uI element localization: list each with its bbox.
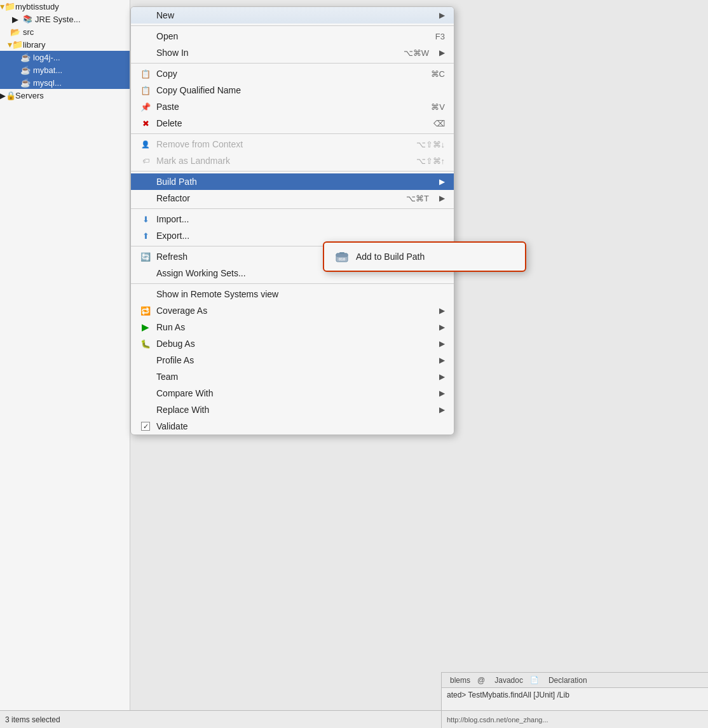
tree-item-servers[interactable]: ▶🔒 Servers: [0, 89, 130, 102]
validate-icon: ✓: [140, 421, 151, 431]
svg-text:010: 010: [339, 257, 346, 261]
menu-label-validate: Validate: [156, 421, 445, 431]
menu-label-show-in: Show In: [156, 48, 386, 58]
menu-label-import: Import...: [156, 214, 445, 224]
menu-item-debug-as[interactable]: 🐛 Debug As ▶: [131, 335, 454, 352]
menu-label-team: Team: [156, 372, 429, 382]
show-in-icon: [140, 48, 151, 58]
refactor-icon: [140, 193, 151, 203]
tree-item-mybtisstudy[interactable]: ▾📁 mybtisstudy: [0, 0, 130, 13]
build-path-submenu: 010 Add to Build Path: [323, 241, 526, 272]
menu-item-mark-landmark: 🏷 Mark as Landmark ⌥⇧⌘↑: [131, 152, 454, 169]
menu-item-validate[interactable]: ✓ Validate: [131, 418, 454, 435]
new-arrow-icon: ▶: [439, 11, 445, 20]
menu-label-copy-qualified: Copy Qualified Name: [156, 85, 445, 95]
profile-as-icon: [140, 355, 151, 365]
tree-item-jre[interactable]: ▶ 📚 JRE Syste...: [0, 13, 130, 25]
menu-label-show-remote: Show in Remote Systems view: [156, 289, 445, 299]
paste-shortcut: ⌘V: [418, 102, 445, 112]
tree-item-mybatis[interactable]: ☕ mybat...: [0, 64, 130, 76]
separator-1: [131, 25, 454, 26]
menu-label-replace-with: Replace With: [156, 405, 429, 415]
mark-landmark-icon: 🏷: [140, 156, 151, 166]
separator-3: [131, 133, 454, 134]
menu-item-replace-with[interactable]: Replace With ▶: [131, 401, 454, 418]
menu-item-show-remote[interactable]: Show in Remote Systems view: [131, 286, 454, 302]
separator-7: [131, 283, 454, 284]
folder-open-icon: ▾📁: [3, 1, 13, 11]
menu-item-coverage-as[interactable]: 🔁 Coverage As ▶: [131, 302, 454, 319]
tree-item-library[interactable]: ▾📁 library: [0, 38, 130, 51]
bottom-panel-content: ated> TestMybatis.findAll [JUnit] /Lib: [442, 688, 708, 702]
menu-label-export: Export...: [156, 231, 445, 241]
build-path-arrow-icon: ▶: [439, 177, 445, 186]
menu-label-remove-context: Remove from Context: [156, 139, 398, 149]
tab-declaration[interactable]: Declaration: [543, 674, 593, 687]
bottom-panel: blems @ Javadoc 📄 Declaration ated> Test…: [441, 672, 708, 710]
tree-item-log4j[interactable]: ☕ log4j-...: [0, 51, 130, 64]
menu-item-run-as[interactable]: ▶ Run As ▶: [131, 319, 454, 335]
project-tree: ▾📁 mybtisstudy ▶ 📚 JRE Syste... 📂 src ▾📁…: [0, 0, 130, 728]
delete-shortcut: ⌫: [421, 119, 445, 128]
remove-context-shortcut: ⌥⇧⌘↓: [404, 140, 446, 149]
show-in-shortcut: ⌥⌘W: [391, 48, 429, 58]
export-icon: ⬆: [140, 231, 151, 241]
menu-item-build-path[interactable]: Build Path ▶: [131, 173, 454, 190]
run-as-arrow-icon: ▶: [439, 323, 445, 332]
menu-item-remove-context: 👤 Remove from Context ⌥⇧⌘↓: [131, 136, 454, 152]
validate-checkbox[interactable]: ✓: [141, 422, 150, 431]
copy-icon: 📋: [140, 69, 151, 79]
url-text: http://blog.csdn.net/one_zhang...: [447, 716, 548, 724]
separator-2: [131, 63, 454, 64]
log4j-jar-icon: ☕: [20, 52, 31, 62]
menu-label-delete: Delete: [156, 118, 416, 128]
build-path-icon: [140, 177, 151, 187]
menu-item-refactor[interactable]: Refactor ⌥⌘T ▶: [131, 190, 454, 206]
src-icon: 📂: [10, 27, 20, 37]
compare-with-icon: [140, 388, 151, 398]
library-folder-icon: ▾📁: [10, 39, 20, 50]
copy-shortcut: ⌘C: [418, 69, 445, 79]
url-bar: http://blog.csdn.net/one_zhang...: [441, 710, 708, 728]
context-menu: New ▶ Open F3 Show In ⌥⌘W ▶ 📋 Copy ⌘C 📋 …: [130, 6, 454, 435]
new-icon: [140, 10, 151, 20]
jre-icon: ▶: [10, 14, 20, 24]
svg-rect-2: [339, 252, 344, 254]
menu-item-profile-as[interactable]: Profile As ▶: [131, 352, 454, 368]
separator-5: [131, 208, 454, 209]
assign-working-icon: [140, 268, 151, 278]
menu-item-team[interactable]: Team ▶: [131, 368, 454, 385]
tree-item-mysql[interactable]: ☕ mysql...: [0, 76, 130, 89]
menu-item-import[interactable]: ⬇ Import...: [131, 211, 454, 227]
menu-label-mark-landmark: Mark as Landmark: [156, 156, 398, 166]
tree-item-src[interactable]: 📂 src: [0, 25, 130, 38]
status-text: 3 items selected: [5, 715, 60, 724]
refactor-shortcut: ⌥⌘T: [393, 194, 429, 203]
show-in-arrow-icon: ▶: [439, 48, 445, 57]
menu-label-debug-as: Debug As: [156, 339, 429, 349]
replace-with-icon: [140, 405, 151, 415]
submenu-item-add-to-build-path[interactable]: 010 Add to Build Path: [324, 243, 525, 271]
menu-item-compare-with[interactable]: Compare With ▶: [131, 385, 454, 401]
copy-qualified-icon: 📋: [140, 85, 151, 95]
tab-javadoc[interactable]: Javadoc: [489, 674, 529, 687]
menu-item-delete[interactable]: ✖ Delete ⌫: [131, 115, 454, 131]
debug-as-arrow-icon: ▶: [439, 339, 445, 348]
menu-label-refactor: Refactor: [156, 193, 388, 203]
menu-item-copy-qualified[interactable]: 📋 Copy Qualified Name: [131, 82, 454, 98]
run-as-icon: ▶: [140, 322, 151, 332]
menu-label-run-as: Run As: [156, 322, 429, 332]
profile-as-arrow-icon: ▶: [439, 356, 445, 365]
menu-item-open[interactable]: Open F3: [131, 28, 454, 44]
menu-item-show-in[interactable]: Show In ⌥⌘W ▶: [131, 44, 454, 61]
menu-item-copy[interactable]: 📋 Copy ⌘C: [131, 65, 454, 82]
coverage-as-arrow-icon: ▶: [439, 306, 445, 315]
menu-item-paste[interactable]: 📌 Paste ⌘V: [131, 98, 454, 115]
paste-icon: 📌: [140, 102, 151, 112]
tab-problems[interactable]: blems: [444, 674, 476, 687]
team-icon: [140, 372, 151, 382]
menu-item-new[interactable]: New ▶: [131, 7, 454, 24]
bottom-panel-tabs: blems @ Javadoc 📄 Declaration: [442, 673, 708, 688]
remove-context-icon: 👤: [140, 139, 151, 149]
menu-label-new: New: [156, 10, 429, 20]
